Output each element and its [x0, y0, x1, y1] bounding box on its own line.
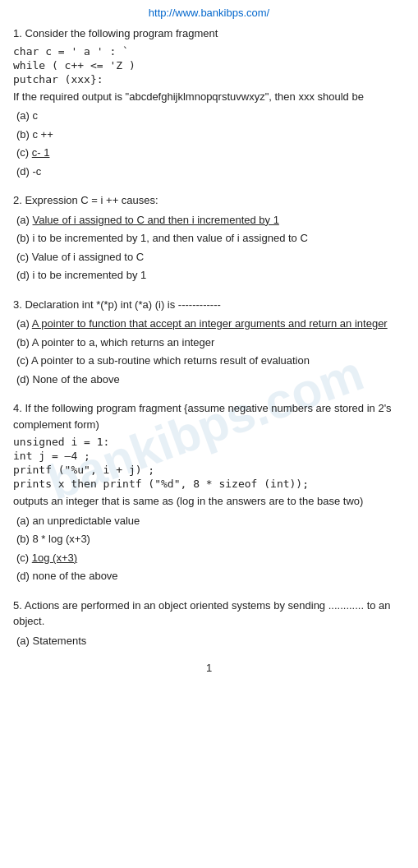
q1-title: 1. Consider the following program fragme… — [13, 25, 405, 42]
question-2: 2. Expression C = i ++ causes: (a) Value… — [13, 192, 405, 284]
q1-option-a: (a) c — [16, 108, 405, 124]
q2-option-a-text: Value of i assigned to C and then i incr… — [33, 214, 279, 226]
q4-option-c: (c) 1og (x+3) — [16, 550, 405, 566]
page-number: 1 — [13, 662, 405, 674]
q4-description: outputs an integer that is same as (log … — [13, 493, 405, 510]
q2-title: 2. Expression C = i ++ causes: — [13, 192, 405, 209]
q1-code-2: while ( c++ <= 'Z ) — [13, 59, 405, 72]
q4-option-c-text: 1og (x+3) — [32, 552, 77, 564]
q1-option-d: (d) -c — [16, 164, 405, 180]
q4-option-a: (a) an unpredictable value — [16, 513, 405, 529]
q4-code-1: unsigned i = 1: — [13, 436, 405, 448]
q3-title: 3. Declaration int *(*p) int (*a) (i) is… — [13, 297, 405, 313]
q4-code-2: int j = —4 ; — [13, 450, 405, 462]
q3-option-a: (a) A pointer to function that accept an… — [16, 316, 405, 332]
q1-code-3: putchar (xxx}: — [13, 73, 405, 85]
header-url[interactable]: http://www.bankibps.com/ — [13, 7, 405, 19]
question-4: 4. If the following program fragment {as… — [13, 400, 405, 584]
q4-option-d: (d) none of the above — [16, 568, 405, 584]
q3-option-d: (d) None of the above — [16, 372, 405, 388]
q1-option-c: (c) c- 1 — [16, 145, 405, 161]
question-3: 3. Declaration int *(*p) int (*a) (i) is… — [13, 297, 405, 388]
q1-option-c-text: c- 1 — [32, 146, 50, 159]
q3-option-a-text: A pointer to function that accept an int… — [32, 317, 388, 330]
q2-option-c: (c) Value of i assigned to C — [16, 249, 405, 265]
q4-code-3: printf ("%u", i + j) ; — [13, 464, 405, 476]
q3-option-c: (c) A pointer to a sub-routine which ret… — [16, 353, 405, 369]
q5-option-a: (a) Statements — [16, 633, 405, 649]
question-1: 1. Consider the following program fragme… — [13, 25, 405, 179]
q2-option-a: (a) Value of i assigned to C and then i … — [16, 212, 405, 229]
q2-option-b: (b) i to be incremented by 1, and then v… — [16, 230, 405, 247]
q4-title: 4. If the following program fragment {as… — [13, 400, 405, 432]
question-5: 5. Actions are performed in an object or… — [13, 598, 405, 649]
q1-option-b: (b) c ++ — [16, 127, 405, 143]
q1-description: If the required output is "abcdefghijklm… — [13, 89, 405, 105]
url-text: http://www.bankibps.com/ — [149, 7, 269, 19]
q5-title: 5. Actions are performed in an object or… — [13, 598, 405, 630]
q4-code-4: prints x then printf ("%d", 8 * sizeof (… — [13, 478, 405, 490]
q4-option-b: (b) 8 * log (x+3) — [16, 531, 405, 547]
q2-option-d: (d) i to be incremented by 1 — [16, 267, 405, 284]
q1-code-1: char c = ' a ' : ` — [13, 45, 405, 58]
q3-option-b: (b) A pointer to a, which returns an int… — [16, 335, 405, 351]
